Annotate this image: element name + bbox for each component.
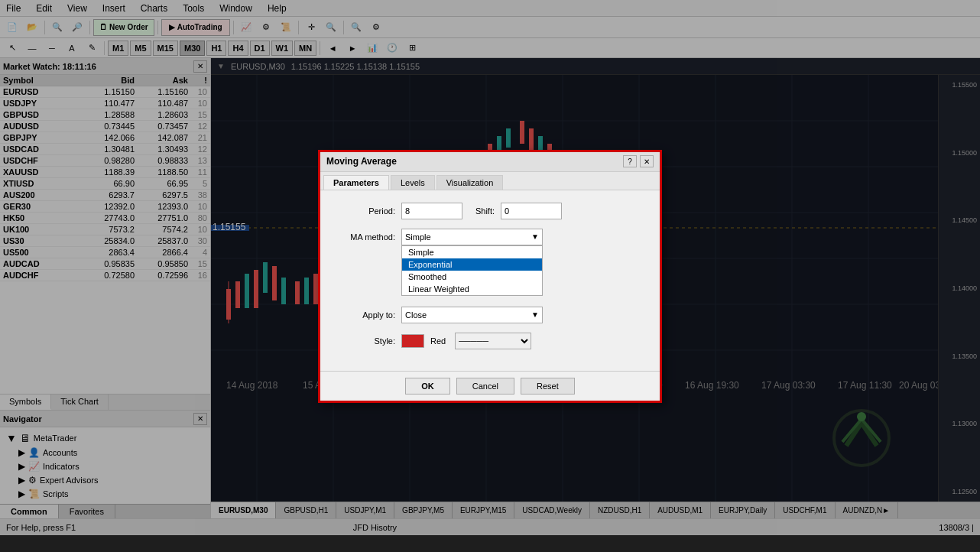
apply-to-label: Apply to: [333,310,401,320]
apply-to-row: Apply to: Close ▼ [333,307,647,323]
option-smoothed[interactable]: Smoothed [402,271,542,283]
period-input[interactable] [401,203,462,219]
modal-body: Period: Shift: MA method: Simple ▼ Simpl… [320,190,660,371]
option-simple[interactable]: Simple [402,246,542,258]
cancel-button[interactable]: Cancel [456,378,514,395]
moving-average-dialog: Moving Average ? ✕ Parameters Levels Vis… [318,150,662,403]
modal-tab-visualization[interactable]: Visualization [436,175,504,190]
apply-to-dropdown[interactable]: Close ▼ [401,307,543,323]
modal-close-btn[interactable]: ✕ [640,155,654,167]
color-label: Red [430,336,446,346]
style-row: Style: Red ───── – – – · · · [333,333,647,349]
modal-tabs: Parameters Levels Visualization [320,172,660,190]
ma-method-select[interactable]: Simple ▼ [401,229,543,245]
modal-tab-parameters[interactable]: Parameters [323,175,389,190]
option-exponential[interactable]: Exponential [402,258,542,271]
modal-footer: OK Cancel Reset [320,371,660,401]
style-controls: Red ───── – – – · · · [401,333,531,349]
modal-title: Moving Average [326,156,397,167]
modal-titlebar: Moving Average ? ✕ [320,152,660,172]
modal-overlay: Moving Average ? ✕ Parameters Levels Vis… [0,0,980,552]
dropdown-arrow-icon: ▼ [531,232,539,241]
modal-controls: ? ✕ [623,155,654,167]
modal-tab-levels[interactable]: Levels [391,175,435,190]
ma-method-label: MA method: [333,232,401,242]
shift-label: Shift: [462,206,501,216]
apply-to-select[interactable]: Close ▼ [401,307,543,323]
ok-button[interactable]: OK [405,378,450,395]
apply-to-arrow-icon: ▼ [531,310,539,319]
apply-to-value: Close [405,310,531,320]
ma-method-row: MA method: Simple ▼ Simple Exponential S… [333,229,647,245]
modal-help-btn[interactable]: ? [623,155,637,167]
shift-input[interactable] [501,203,562,219]
option-linear-weighted[interactable]: Linear Weighted [402,283,542,295]
period-row: Period: Shift: [333,203,647,219]
style-label: Style: [333,336,401,346]
ma-method-dropdown[interactable]: Simple ▼ Simple Exponential Smoothed Lin… [401,229,543,245]
style-line-select[interactable]: ───── – – – · · · [455,333,531,349]
ma-method-value: Simple [405,232,531,242]
ma-method-list: Simple Exponential Smoothed Linear Weigh… [401,245,543,296]
reset-button[interactable]: Reset [521,378,575,395]
period-label: Period: [333,206,401,216]
color-picker-btn[interactable] [401,334,424,348]
